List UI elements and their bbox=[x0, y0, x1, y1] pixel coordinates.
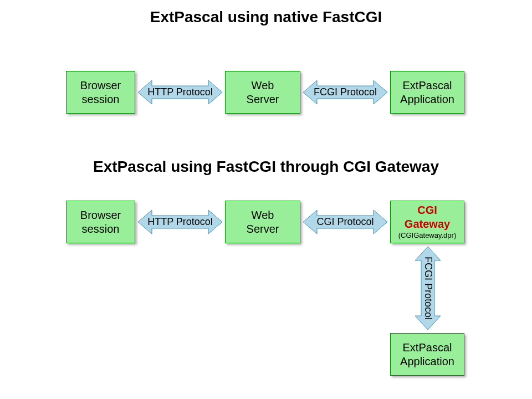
label-sub: (CGIGateway.dpr) bbox=[398, 231, 457, 240]
box-cgi-gateway: CGI Gateway (CGIGateway.dpr) bbox=[390, 201, 464, 243]
label: session bbox=[82, 93, 120, 106]
box-extpascal-app-2: ExtPascal Application bbox=[390, 333, 464, 376]
label: Application bbox=[400, 355, 454, 369]
label: ExtPascal bbox=[403, 79, 452, 93]
diagram-title-1: ExtPascal using native FastCGI bbox=[0, 8, 532, 26]
arrow-label: HTTP Protocol bbox=[147, 86, 213, 98]
label: Application bbox=[400, 93, 454, 106]
box-web-server-1: Web Server bbox=[225, 71, 300, 114]
box-browser-session-2: Browser session bbox=[66, 201, 135, 243]
arrow-label: FCGI Protocol bbox=[314, 86, 377, 98]
box-browser-session-1: Browser session bbox=[66, 71, 135, 114]
label: Web bbox=[252, 79, 274, 93]
arrow-label: HTTP Protocol bbox=[147, 216, 213, 228]
arrow-label: FCGI Protocol bbox=[422, 257, 434, 320]
arrow-label: CGI Protocol bbox=[316, 216, 374, 228]
label: Web bbox=[252, 208, 274, 222]
label: session bbox=[82, 222, 120, 236]
arrow-cgi: CGI Protocol bbox=[303, 207, 387, 237]
label: Browser bbox=[80, 79, 121, 93]
arrow-http-1: HTTP Protocol bbox=[138, 78, 222, 107]
arrow-fcgi-vertical: FCGI Protocol bbox=[412, 247, 443, 330]
label: ExtPascal bbox=[403, 341, 452, 355]
diagram-title-2: ExtPascal using FastCGI through CGI Gate… bbox=[0, 158, 532, 176]
label-highlight: Gateway bbox=[405, 217, 450, 231]
arrow-fcgi-1: FCGI Protocol bbox=[303, 78, 387, 107]
label: Browser bbox=[80, 208, 121, 222]
label-highlight: CGI bbox=[417, 203, 437, 217]
label: Server bbox=[247, 222, 279, 236]
box-extpascal-app-1: ExtPascal Application bbox=[390, 71, 464, 114]
box-web-server-2: Web Server bbox=[225, 201, 300, 243]
label: Server bbox=[247, 93, 279, 106]
arrow-http-2: HTTP Protocol bbox=[138, 207, 222, 237]
